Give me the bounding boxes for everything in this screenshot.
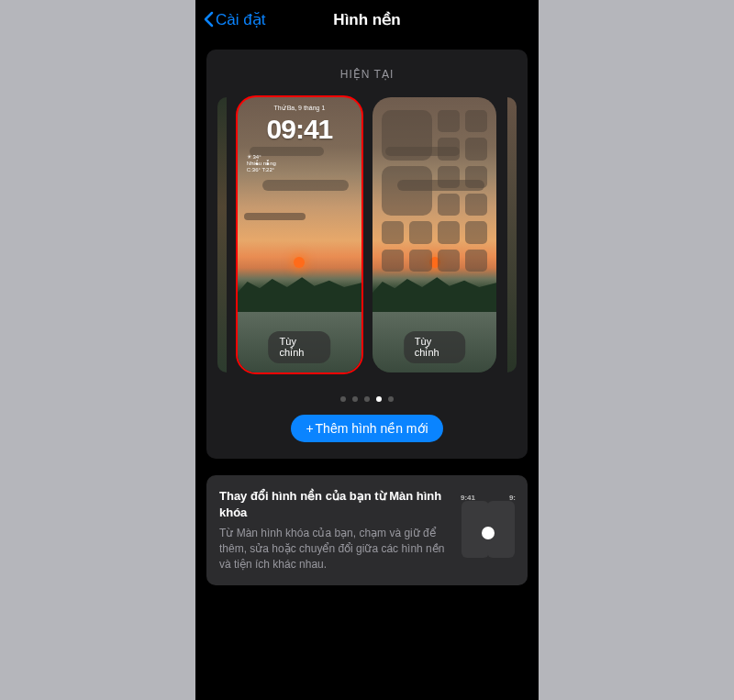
app-icon bbox=[465, 194, 487, 216]
app-icon bbox=[438, 250, 460, 272]
lockscreen-overlay: Thứ Ba, 9 tháng 1 09:41 bbox=[238, 105, 361, 145]
add-wallpaper-button[interactable]: +Thêm hình nền mới bbox=[291, 415, 442, 442]
app-icon bbox=[382, 221, 404, 243]
weather-widget: ☀ 34° Nhiều nắng C:36° T:22° bbox=[247, 154, 276, 174]
app-icon bbox=[409, 250, 431, 272]
current-section-label: HIỆN TẠI bbox=[206, 68, 528, 81]
app-icon bbox=[438, 166, 460, 188]
app-icon bbox=[438, 138, 460, 160]
back-label: Cài đặt bbox=[216, 10, 265, 29]
tip-panel: Thay đổi hình nền của bạn từ Màn hình kh… bbox=[206, 475, 528, 585]
tip-title: Thay đổi hình nền của bạn từ Màn hình kh… bbox=[219, 488, 449, 520]
app-icon bbox=[438, 194, 460, 216]
app-icon bbox=[438, 110, 460, 132]
pager-dot-active bbox=[376, 396, 382, 402]
current-wallpaper-panel: HIỆN TẠI Thứ Ba, 9 tháng 1 09:41 bbox=[206, 50, 528, 459]
customize-lock-button[interactable]: Tùy chỉnh bbox=[269, 331, 331, 363]
page-indicator bbox=[206, 396, 528, 402]
wallpaper-card-prev-peek[interactable] bbox=[217, 97, 227, 372]
pager-dot bbox=[352, 396, 358, 402]
touch-indicator-icon bbox=[482, 527, 495, 539]
plus-icon: + bbox=[306, 421, 313, 436]
chevron-left-icon bbox=[203, 11, 214, 28]
pager-dot bbox=[364, 396, 370, 402]
widget-cond: Nhiều nắng bbox=[247, 161, 276, 167]
back-button[interactable]: Cài đặt bbox=[203, 10, 265, 29]
app-icon bbox=[438, 221, 460, 243]
pager-dot bbox=[340, 396, 346, 402]
app-icon bbox=[465, 110, 487, 132]
nav-header: Cài đặt Hình nền bbox=[195, 0, 539, 39]
lock-time: 09:41 bbox=[238, 114, 361, 145]
homescreen-card[interactable]: Tùy chỉnh bbox=[373, 97, 496, 372]
app-icon bbox=[409, 221, 431, 243]
app-icon bbox=[382, 250, 404, 272]
mini-time-right: 9: bbox=[509, 494, 516, 502]
mini-time-left: 9:41 bbox=[461, 494, 475, 502]
tip-illustration: 9:41 9: bbox=[462, 488, 515, 572]
app-icon bbox=[465, 250, 487, 272]
phone-frame: Cài đặt Hình nền HIỆN TẠI Thứ Ba, 9 thán… bbox=[195, 0, 539, 700]
wallpaper-cards-row[interactable]: Thứ Ba, 9 tháng 1 09:41 ☀ 34° Nhiều nắng… bbox=[206, 97, 528, 382]
app-widget bbox=[382, 166, 432, 217]
tip-description: Từ Màn hình khóa của bạn, chạm và giữ để… bbox=[219, 526, 449, 572]
wallpaper-card-next-peek[interactable] bbox=[507, 97, 517, 372]
page-title: Hình nền bbox=[333, 10, 400, 29]
app-icon bbox=[465, 138, 487, 160]
lock-date: Thứ Ba, 9 tháng 1 bbox=[238, 105, 361, 112]
app-icon bbox=[465, 221, 487, 243]
pager-dot bbox=[388, 396, 394, 402]
lockscreen-card[interactable]: Thứ Ba, 9 tháng 1 09:41 ☀ 34° Nhiều nắng… bbox=[238, 97, 361, 372]
add-button-label: Thêm hình nền mới bbox=[316, 421, 428, 436]
app-icon bbox=[465, 166, 487, 188]
customize-home-button[interactable]: Tùy chỉnh bbox=[404, 331, 466, 363]
widget-range: C:36° T:22° bbox=[247, 167, 276, 173]
app-widget bbox=[382, 110, 432, 161]
